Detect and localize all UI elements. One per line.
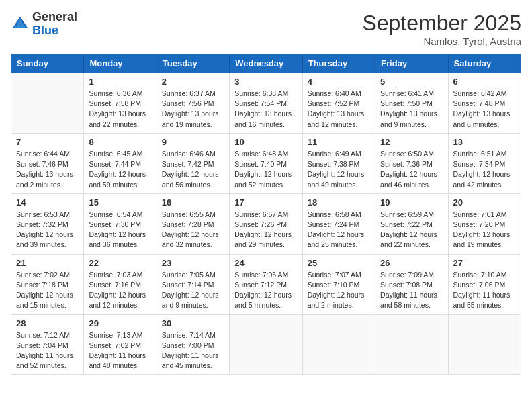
- calendar-week-row: 1Sunrise: 6:36 AMSunset: 7:58 PMDaylight…: [11, 73, 521, 134]
- day-info: Sunrise: 6:36 AMSunset: 7:58 PMDaylight:…: [89, 89, 151, 130]
- day-info-line: Sunset: 7:22 PM: [380, 220, 433, 228]
- day-info-line: Daylight: 12 hours and 36 minutes.: [89, 230, 146, 248]
- day-info-line: Sunrise: 6:51 AM: [453, 150, 507, 158]
- day-number: 7: [16, 137, 79, 147]
- day-info-line: Daylight: 12 hours and 52 minutes.: [234, 170, 292, 188]
- calendar-cell: 10Sunrise: 6:48 AMSunset: 7:40 PMDayligh…: [230, 133, 302, 193]
- day-info-line: Daylight: 12 hours and 22 minutes.: [380, 230, 437, 248]
- day-info-line: Sunset: 7:26 PM: [234, 220, 287, 228]
- day-info-line: Sunset: 7:52 PM: [308, 99, 360, 107]
- day-info: Sunrise: 7:01 AMSunset: 7:20 PMDaylight:…: [453, 210, 516, 250]
- day-info-line: Sunrise: 7:12 AM: [16, 331, 70, 339]
- calendar-cell: [302, 314, 375, 375]
- day-info: Sunrise: 7:06 AMSunset: 7:12 PMDaylight:…: [234, 270, 297, 311]
- column-header-thursday: Thursday: [302, 54, 375, 73]
- calendar-cell: 22Sunrise: 7:03 AMSunset: 7:16 PMDayligh…: [84, 254, 157, 314]
- day-info-line: Sunset: 7:40 PM: [234, 160, 287, 168]
- calendar-cell: 30Sunrise: 7:14 AMSunset: 7:00 PMDayligh…: [157, 314, 229, 375]
- day-info-line: Sunset: 7:16 PM: [89, 281, 141, 289]
- day-info: Sunrise: 6:46 AMSunset: 7:42 PMDaylight:…: [162, 149, 224, 190]
- day-info-line: Sunset: 7:34 PM: [453, 160, 506, 168]
- day-number: 17: [234, 197, 297, 208]
- calendar-cell: 28Sunrise: 7:12 AMSunset: 7:04 PMDayligh…: [11, 314, 84, 375]
- day-number: 23: [162, 258, 224, 268]
- day-info-line: Sunrise: 6:49 AM: [308, 150, 361, 158]
- day-info-line: Sunset: 7:44 PM: [89, 160, 141, 168]
- day-info-line: Sunrise: 7:06 AM: [234, 271, 288, 279]
- calendar-cell: 6Sunrise: 6:42 AMSunset: 7:48 PMDaylight…: [448, 73, 521, 134]
- day-info-line: Sunset: 7:30 PM: [89, 220, 141, 228]
- day-info-line: Sunrise: 6:57 AM: [234, 210, 288, 218]
- day-info: Sunrise: 7:12 AMSunset: 7:04 PMDaylight:…: [16, 330, 79, 371]
- day-info-line: Daylight: 12 hours and 9 minutes.: [162, 291, 219, 309]
- day-info-line: Sunset: 7:12 PM: [234, 281, 287, 289]
- day-info-line: Sunset: 7:08 PM: [380, 281, 433, 289]
- day-info-line: Daylight: 11 hours and 55 minutes.: [453, 291, 511, 309]
- day-info-line: Daylight: 12 hours and 59 minutes.: [89, 170, 146, 188]
- day-info: Sunrise: 7:02 AMSunset: 7:18 PMDaylight:…: [16, 270, 79, 311]
- day-number: 18: [308, 197, 370, 208]
- day-info: Sunrise: 6:49 AMSunset: 7:38 PMDaylight:…: [308, 149, 370, 190]
- day-number: 30: [162, 318, 224, 328]
- day-number: 15: [89, 197, 151, 208]
- day-number: 13: [453, 137, 516, 147]
- calendar-cell: 19Sunrise: 6:59 AMSunset: 7:22 PMDayligh…: [375, 193, 448, 254]
- day-number: 6: [453, 77, 516, 87]
- calendar-cell: 16Sunrise: 6:55 AMSunset: 7:28 PMDayligh…: [157, 193, 229, 254]
- calendar-cell: 3Sunrise: 6:38 AMSunset: 7:54 PMDaylight…: [230, 73, 302, 134]
- calendar-cell: 1Sunrise: 6:36 AMSunset: 7:58 PMDaylight…: [84, 73, 157, 134]
- day-info: Sunrise: 6:50 AMSunset: 7:36 PMDaylight:…: [380, 149, 443, 190]
- day-info-line: Daylight: 13 hours and 6 minutes.: [453, 109, 511, 128]
- day-info-line: Sunrise: 6:46 AM: [162, 150, 216, 158]
- day-number: 11: [308, 137, 370, 147]
- day-info-line: Daylight: 12 hours and 39 minutes.: [16, 230, 73, 248]
- day-info: Sunrise: 6:54 AMSunset: 7:30 PMDaylight:…: [89, 210, 151, 250]
- logo-text: General Blue: [32, 11, 77, 38]
- calendar-week-row: 21Sunrise: 7:02 AMSunset: 7:18 PMDayligh…: [11, 254, 521, 314]
- day-info: Sunrise: 6:48 AMSunset: 7:40 PMDaylight:…: [234, 149, 297, 190]
- day-info-line: Daylight: 11 hours and 48 minutes.: [89, 351, 146, 369]
- calendar-cell: 27Sunrise: 7:10 AMSunset: 7:06 PMDayligh…: [448, 254, 521, 314]
- column-header-sunday: Sunday: [11, 54, 84, 73]
- day-info-line: Sunset: 7:02 PM: [89, 341, 141, 349]
- day-info-line: Sunrise: 6:50 AM: [380, 150, 434, 158]
- day-info-line: Sunset: 7:46 PM: [16, 160, 69, 168]
- calendar-cell: 24Sunrise: 7:06 AMSunset: 7:12 PMDayligh…: [230, 254, 302, 314]
- day-info: Sunrise: 7:05 AMSunset: 7:14 PMDaylight:…: [162, 270, 224, 311]
- calendar-week-row: 7Sunrise: 6:44 AMSunset: 7:46 PMDaylight…: [11, 133, 521, 193]
- month-title: September 2025: [362, 11, 521, 36]
- day-info: Sunrise: 6:38 AMSunset: 7:54 PMDaylight:…: [234, 89, 297, 130]
- day-number: 1: [89, 77, 151, 87]
- day-info: Sunrise: 6:40 AMSunset: 7:52 PMDaylight:…: [308, 89, 370, 130]
- day-info-line: Sunrise: 7:07 AM: [308, 271, 361, 279]
- day-info-line: Sunrise: 7:05 AM: [162, 271, 216, 279]
- day-info-line: Daylight: 13 hours and 22 minutes.: [89, 109, 146, 128]
- calendar-cell: 11Sunrise: 6:49 AMSunset: 7:38 PMDayligh…: [302, 133, 375, 193]
- day-info-line: Daylight: 12 hours and 29 minutes.: [234, 230, 292, 248]
- day-info: Sunrise: 6:51 AMSunset: 7:34 PMDaylight:…: [453, 149, 516, 190]
- day-info-line: Sunset: 7:18 PM: [16, 281, 69, 289]
- day-info-line: Sunset: 7:24 PM: [308, 220, 360, 228]
- calendar-cell: 14Sunrise: 6:53 AMSunset: 7:32 PMDayligh…: [11, 193, 84, 254]
- day-info-line: Daylight: 12 hours and 42 minutes.: [453, 170, 511, 188]
- day-info: Sunrise: 6:53 AMSunset: 7:32 PMDaylight:…: [16, 210, 79, 250]
- day-info: Sunrise: 7:07 AMSunset: 7:10 PMDaylight:…: [308, 270, 370, 311]
- day-info-line: Sunset: 7:14 PM: [162, 281, 214, 289]
- day-info-line: Sunset: 7:54 PM: [234, 99, 287, 107]
- day-info-line: Sunset: 7:36 PM: [380, 160, 433, 168]
- day-number: 3: [234, 77, 297, 87]
- calendar-cell: 25Sunrise: 7:07 AMSunset: 7:10 PMDayligh…: [302, 254, 375, 314]
- calendar-cell: 20Sunrise: 7:01 AMSunset: 7:20 PMDayligh…: [448, 193, 521, 254]
- logo: General Blue: [11, 11, 77, 38]
- calendar-cell: [230, 314, 302, 375]
- calendar-cell: 9Sunrise: 6:46 AMSunset: 7:42 PMDaylight…: [157, 133, 229, 193]
- day-info-line: Sunset: 7:10 PM: [308, 281, 360, 289]
- day-info: Sunrise: 6:37 AMSunset: 7:56 PMDaylight:…: [162, 89, 224, 130]
- column-header-friday: Friday: [375, 54, 448, 73]
- day-info-line: Daylight: 13 hours and 12 minutes.: [308, 109, 365, 128]
- calendar-table: SundayMondayTuesdayWednesdayThursdayFrid…: [11, 54, 521, 375]
- day-info-line: Sunset: 7:48 PM: [453, 99, 506, 107]
- day-info-line: Daylight: 12 hours and 19 minutes.: [453, 230, 511, 248]
- day-info-line: Daylight: 12 hours and 5 minutes.: [234, 291, 292, 309]
- day-number: 20: [453, 197, 516, 208]
